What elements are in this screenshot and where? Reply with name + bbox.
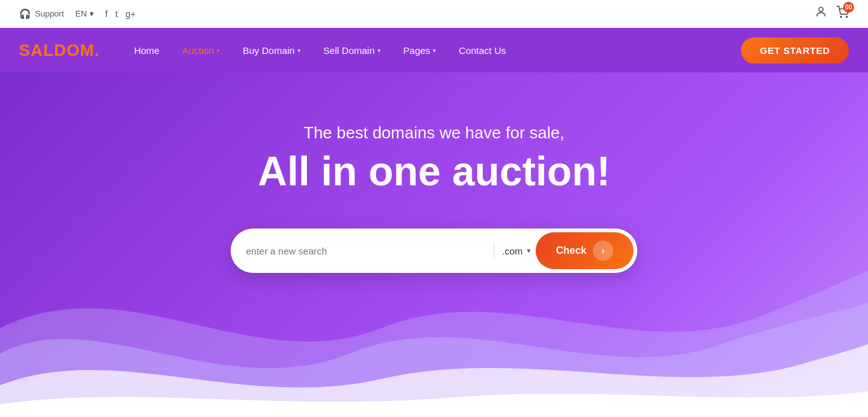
hero-subtitle: The best domains we have for sale, xyxy=(304,123,564,143)
auction-chevron-icon: ▾ xyxy=(217,47,220,54)
google-plus-icon[interactable]: g+ xyxy=(125,9,135,19)
svg-point-2 xyxy=(846,17,848,18)
logo-dot: . xyxy=(95,41,100,60)
twitter-icon[interactable]: t xyxy=(116,9,118,19)
support-icon: 🎧 xyxy=(19,8,31,20)
cart-icon[interactable]: 00 xyxy=(836,6,849,22)
svg-point-0 xyxy=(819,8,824,12)
pages-chevron-icon: ▾ xyxy=(433,47,436,54)
top-bar-left: 🎧 Support EN ▾ f t g+ xyxy=(19,8,135,20)
nav-auction-label: Auction xyxy=(182,45,214,56)
check-button[interactable]: Check › xyxy=(536,232,634,269)
social-icons: f t g+ xyxy=(105,9,136,19)
search-divider xyxy=(494,242,494,260)
sell-domain-chevron-icon: ▾ xyxy=(377,47,381,54)
top-bar: 🎧 Support EN ▾ f t g+ 00 xyxy=(0,0,868,28)
logo[interactable]: SALDOM. xyxy=(19,41,100,60)
support-label: Support xyxy=(35,9,64,18)
nav-sell-domain-label: Sell Domain xyxy=(323,45,375,56)
nav-item-home[interactable]: Home xyxy=(125,41,168,60)
domain-select[interactable]: .com .net .org .io xyxy=(502,246,523,256)
buy-domain-chevron-icon: ▾ xyxy=(297,47,301,54)
cart-badge: 00 xyxy=(843,2,854,13)
nav-buy-domain-label: Buy Domain xyxy=(243,45,295,56)
main-nav: SALDOM. Home Auction ▾ Buy Domain ▾ Sell… xyxy=(0,28,868,72)
get-started-button[interactable]: GET STARTED xyxy=(741,37,849,63)
facebook-icon[interactable]: f xyxy=(105,9,108,19)
lang-label: EN xyxy=(76,9,87,18)
support-link[interactable]: 🎧 Support xyxy=(19,8,64,20)
nav-item-auction[interactable]: Auction ▾ xyxy=(173,41,229,60)
nav-pages-label: Pages xyxy=(403,45,431,56)
nav-item-pages[interactable]: Pages ▾ xyxy=(395,41,445,60)
check-label: Check xyxy=(556,245,587,256)
nav-links: Home Auction ▾ Buy Domain ▾ Sell Domain … xyxy=(125,41,741,60)
search-input[interactable] xyxy=(246,246,486,256)
hero-title: All in one auction! xyxy=(258,149,611,194)
top-bar-right: 00 xyxy=(815,6,849,22)
nav-item-contact[interactable]: Contact Us xyxy=(450,41,515,60)
hero-section: The best domains we have for sale, All i… xyxy=(0,72,868,417)
svg-point-1 xyxy=(841,17,842,18)
nav-item-sell-domain[interactable]: Sell Domain ▾ xyxy=(315,41,390,60)
user-icon[interactable] xyxy=(815,6,827,22)
nav-home-label: Home xyxy=(134,45,159,56)
search-bar: .com .net .org .io ▾ Check › xyxy=(231,228,637,273)
domain-select-wrap[interactable]: .com .net .org .io ▾ xyxy=(502,246,536,256)
nav-item-buy-domain[interactable]: Buy Domain ▾ xyxy=(234,41,309,60)
logo-text: SALDOM xyxy=(19,41,95,60)
lang-chevron-icon: ▾ xyxy=(90,9,94,18)
nav-contact-label: Contact Us xyxy=(459,45,506,56)
nav-right: GET STARTED xyxy=(741,37,849,63)
lang-selector[interactable]: EN ▾ xyxy=(76,9,94,18)
domain-chevron-icon: ▾ xyxy=(527,246,531,255)
check-arrow-icon: › xyxy=(593,241,613,261)
